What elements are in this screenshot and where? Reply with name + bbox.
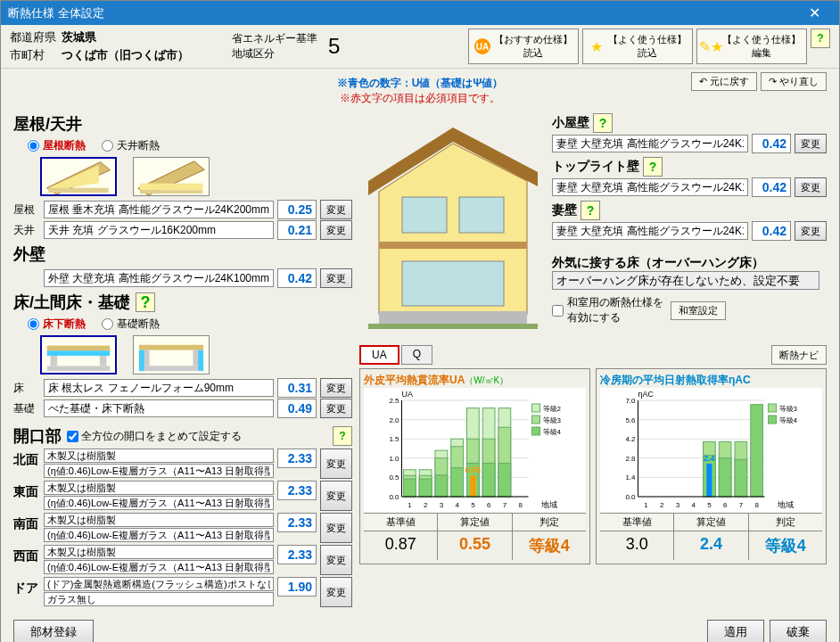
svg-text:2: 2 bbox=[660, 501, 664, 509]
roof-change-button[interactable]: 変更 bbox=[320, 200, 352, 219]
svg-text:2.0: 2.0 bbox=[389, 416, 399, 424]
pref-label: 都道府県 bbox=[10, 29, 56, 45]
floor-spec-label: 床 bbox=[13, 381, 40, 396]
wall-change-button[interactable]: 変更 bbox=[320, 268, 352, 288]
ceil-spec-input[interactable] bbox=[44, 221, 274, 239]
base-spec-input[interactable] bbox=[44, 399, 274, 417]
floor-uvalue: 0.31 bbox=[277, 378, 317, 398]
svg-rect-55 bbox=[451, 468, 464, 497]
floor-insulation-radio[interactable]: 床下断熱 bbox=[28, 317, 86, 332]
floor-spec-input[interactable] bbox=[44, 379, 274, 397]
opening-frame-input[interactable] bbox=[44, 449, 274, 463]
material-register-button[interactable]: 部材登録 bbox=[13, 620, 94, 642]
toplight-spec-input[interactable] bbox=[552, 178, 748, 196]
svg-text:0.55: 0.55 bbox=[465, 465, 482, 474]
undo-button[interactable]: ↶ 元に戻す bbox=[691, 72, 757, 91]
ceiling-thumb[interactable] bbox=[133, 157, 210, 196]
eta-ref-value: 3.0 bbox=[600, 531, 674, 560]
opening-frame-input[interactable] bbox=[44, 513, 274, 527]
svg-rect-97 bbox=[751, 405, 763, 497]
svg-rect-4 bbox=[140, 184, 203, 191]
roof-spec-input[interactable] bbox=[44, 201, 274, 218]
svg-text:8: 8 bbox=[754, 501, 759, 509]
floor-help-button[interactable]: ? bbox=[136, 292, 155, 312]
toplight-change-button[interactable]: 変更 bbox=[795, 177, 827, 197]
opening-change-button[interactable]: 変更 bbox=[320, 481, 352, 511]
wall-spec-input[interactable] bbox=[44, 269, 274, 287]
koyabe-help-button[interactable]: ? bbox=[593, 113, 613, 133]
koyabe-spec-input[interactable] bbox=[552, 135, 748, 152]
opening-frame-input[interactable] bbox=[44, 481, 274, 495]
tsuma-change-button[interactable]: 変更 bbox=[795, 221, 827, 241]
opening-frame-input[interactable] bbox=[44, 545, 274, 559]
opening-glass-input[interactable] bbox=[44, 560, 274, 574]
opening-glass-input[interactable] bbox=[44, 528, 274, 542]
toplight-help-button[interactable]: ? bbox=[643, 157, 663, 177]
opening-glass-input[interactable] bbox=[44, 592, 274, 606]
svg-text:3: 3 bbox=[676, 501, 680, 509]
roof-insulation-radio[interactable]: 屋根断熱 bbox=[28, 138, 86, 153]
svg-text:3: 3 bbox=[440, 501, 444, 509]
star-icon: ★ bbox=[589, 38, 605, 54]
washitsu-checkbox[interactable]: 和室用の断熱仕様を 有効にする bbox=[552, 295, 663, 325]
ua-calc-value: 0.55 bbox=[438, 531, 512, 560]
wall-section-title: 外壁 bbox=[13, 243, 352, 265]
base-change-button[interactable]: 変更 bbox=[320, 399, 352, 418]
base-insulation-radio[interactable]: 基礎断熱 bbox=[102, 317, 160, 332]
base-thumb[interactable] bbox=[133, 335, 210, 374]
svg-rect-21 bbox=[459, 197, 504, 233]
opening-change-button[interactable]: 変更 bbox=[320, 513, 352, 543]
floor-section-title: 床/土間床・基礎 ? bbox=[13, 292, 352, 313]
preset-edit-button[interactable]: ✎★ 【よく使う仕様】 編集 bbox=[696, 29, 807, 64]
tab-ua[interactable]: UA bbox=[359, 345, 399, 365]
opening-help-button[interactable]: ? bbox=[333, 426, 352, 446]
close-icon[interactable]: ✕ bbox=[796, 4, 832, 21]
insulation-navi-button[interactable]: 断熱ナビ bbox=[771, 345, 827, 365]
ceiling-insulation-radio[interactable]: 天井断熱 bbox=[102, 138, 160, 153]
tsuma-uvalue: 0.42 bbox=[752, 221, 791, 241]
chart-ua-title: 外皮平均熱貫流率UA bbox=[364, 374, 465, 386]
opening-frame-input[interactable] bbox=[44, 577, 274, 591]
recommend-load-button[interactable]: UA 【おすすめ仕様】 読込 bbox=[468, 29, 579, 64]
koyabe-change-button[interactable]: 変更 bbox=[795, 134, 827, 153]
floor-thumb[interactable] bbox=[40, 335, 117, 374]
city-value: つくば市（旧つくば市） bbox=[62, 47, 189, 63]
city-label: 市町村 bbox=[10, 47, 56, 63]
titlebar: 断熱仕様 全体設定 ✕ bbox=[1, 1, 839, 25]
washitsu-button[interactable]: 和室設定 bbox=[671, 301, 726, 320]
roof-thumb[interactable] bbox=[40, 157, 117, 196]
help-button[interactable]: ? bbox=[811, 29, 830, 48]
opening-glass-input[interactable] bbox=[44, 496, 274, 510]
base-spec-label: 基礎 bbox=[13, 401, 40, 416]
opening-uvalue: 1.90 bbox=[277, 577, 317, 597]
opening-change-button[interactable]: 変更 bbox=[320, 577, 352, 607]
svg-rect-109 bbox=[769, 404, 777, 412]
svg-rect-9 bbox=[51, 356, 58, 366]
svg-text:等級3: 等級3 bbox=[779, 405, 798, 413]
opening-glass-input[interactable] bbox=[44, 464, 274, 478]
svg-rect-96 bbox=[735, 459, 747, 497]
discard-button[interactable]: 破棄 bbox=[770, 620, 827, 642]
opening-change-button[interactable]: 変更 bbox=[320, 545, 352, 575]
opening-batch-checkbox[interactable]: 全方位の開口をまとめて設定する bbox=[67, 429, 242, 444]
opening-change-button[interactable]: 変更 bbox=[320, 449, 352, 479]
floor-change-button[interactable]: 変更 bbox=[320, 378, 352, 398]
svg-text:等級4: 等級4 bbox=[543, 428, 562, 436]
svg-rect-72 bbox=[532, 416, 540, 424]
house-diagram bbox=[359, 110, 547, 333]
svg-rect-16 bbox=[198, 350, 203, 371]
preset-load-button[interactable]: ★ 【よく使う仕様】 読込 bbox=[582, 29, 693, 64]
svg-rect-57 bbox=[482, 463, 495, 497]
apply-button[interactable]: 適用 bbox=[707, 620, 764, 642]
tsuma-help-button[interactable]: ? bbox=[581, 201, 600, 220]
opening-uvalue: 2.33 bbox=[277, 545, 317, 564]
redo-button[interactable]: ↷ やり直し bbox=[761, 72, 827, 91]
svg-rect-20 bbox=[402, 197, 447, 233]
svg-rect-53 bbox=[419, 479, 432, 497]
tab-q[interactable]: Q bbox=[401, 345, 432, 365]
svg-text:2.4: 2.4 bbox=[704, 454, 715, 463]
ceil-change-button[interactable]: 変更 bbox=[320, 220, 352, 240]
svg-text:0.0: 0.0 bbox=[625, 493, 636, 501]
svg-rect-10 bbox=[100, 356, 107, 366]
tsuma-spec-input[interactable] bbox=[552, 222, 748, 240]
